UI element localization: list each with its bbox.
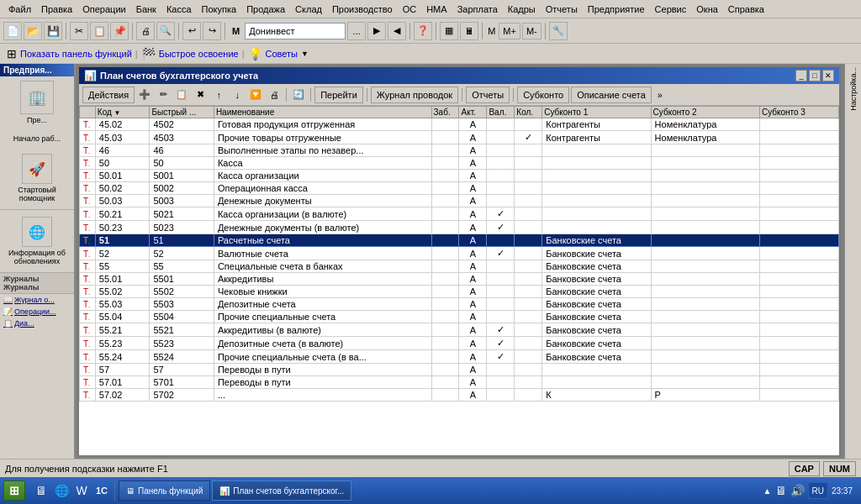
menubar-item-bank[interactable]: Банк [131,3,161,16]
menubar-item-hr[interactable]: Кадры [503,3,541,16]
table-row[interactable]: T. 50.03 5003 Денежные документы А [80,195,839,207]
menubar-item-ops[interactable]: Операции [77,3,130,16]
company-nav-btn[interactable]: ▶ [367,22,386,40]
table-row[interactable]: T. 50.01 5001 Касса организации А [80,170,839,182]
quickbar-link-3[interactable]: Советы [266,49,298,59]
lp-enterprise-icon[interactable]: 🏢 Пре... [0,76,74,129]
col-kol[interactable]: Кол. [515,107,542,118]
menubar-item-windows[interactable]: Окна [691,3,723,16]
toolbar-btn-2[interactable]: 📂 [24,22,42,40]
col-code[interactable]: Код ▼ [95,107,150,118]
win-del-btn[interactable]: ✖ [192,87,209,103]
col-fast[interactable]: Быстрый ... [150,107,214,118]
table-row[interactable]: T. 52 52 Валютные счета А ✓ Банковские с… [80,247,839,260]
col-sub2[interactable]: Субконто 2 [651,107,759,118]
lp-ops-link[interactable]: 📝 Операции... [0,306,74,318]
font-decrease-btn[interactable]: M- [522,23,541,39]
quickbar-link-1[interactable]: Показать панель функций [20,49,132,59]
menubar-item-sell[interactable]: Продажа [241,3,290,16]
toolbar-btn-1[interactable]: 📄 [3,22,22,40]
table-row[interactable]: T. 57.02 5702 ... А К Р [80,389,839,402]
start-button[interactable]: ⊞ [3,480,25,501]
menubar-item-salary[interactable]: Зарплата [452,3,503,16]
table-row[interactable]: T. 55.01 5501 Аккредитивы А Банковские с… [80,273,839,286]
table-row[interactable]: T. 50.23 5023 Денежные документы (в валю… [80,221,839,234]
table-row[interactable]: T. 57.01 5701 Переводы в пути А [80,376,839,389]
win-down-btn[interactable]: ↓ [229,87,246,103]
mdi-close-btn[interactable]: ✕ [822,70,834,81]
lp-start-icon[interactable]: Начало раб... [0,129,74,147]
lp-starter-item[interactable]: 🚀 Стартовый помощник [2,150,72,206]
menubar-item-nma[interactable]: НМА [421,3,452,16]
mdi-maximize-btn[interactable]: □ [809,70,821,81]
toolbar-grid-btn[interactable]: ▦ [440,22,458,40]
menubar-item-buy[interactable]: Покупка [197,3,242,16]
menubar-item-edit[interactable]: Правка [36,3,77,16]
col-name[interactable]: Наименование [214,107,431,118]
table-row[interactable]: T. 55 55 Специальные счета в банках А Ба… [80,260,839,273]
menubar-item-service[interactable]: Сервис [650,3,692,16]
taskbar-item-0[interactable]: 🖥 Панель функций [119,480,210,501]
reports-btn[interactable]: Отчеты [466,87,510,103]
table-row[interactable]: T. 45.03 4503 Прочие товары отгруженные … [80,131,839,144]
toolbar-btn-7[interactable]: 🖨 [136,22,155,40]
table-row[interactable]: T. 55.02 5502 Чековые книжки А Банковски… [80,286,839,298]
taskbar-item-1[interactable]: 📊 План счетов бухгалтерског... [212,480,351,501]
toolbar-btn-6[interactable]: 📌 [110,22,129,40]
lp-extra-link[interactable]: 📋 Диа... [0,318,74,329]
col-zab[interactable]: Заб. [431,107,459,118]
table-row[interactable]: T. 55.04 5504 Прочие специальные счета А… [80,311,839,323]
table-row[interactable]: T. 50.02 5002 Операционная касса А [80,182,839,195]
table-row[interactable]: T. 46 46 Выполненные этапы по незавер...… [80,144,839,157]
mdi-minimize-btn[interactable]: _ [795,70,807,81]
win-copy-btn[interactable]: 📋 [173,87,190,103]
toolbar-btn-redo[interactable]: ↪ [203,22,221,40]
ql-1c[interactable]: 1С [92,480,111,501]
menubar-item-prod[interactable]: Производство [327,3,398,16]
toolbar-btn-8[interactable]: 🔍 [156,22,175,40]
col-sub3[interactable]: Субконто 3 [759,107,838,118]
table-row[interactable]: T. 55.23 5523 Депозитные счета (в валюте… [80,337,839,350]
actions-btn[interactable]: Действия [82,87,135,103]
journal-btn[interactable]: Журнал проводок [371,87,458,103]
table-row[interactable]: T. 50 50 Касса А [80,157,839,170]
toolbar-calc-btn[interactable]: 🖩 [460,22,478,40]
menubar-item-stock[interactable]: Склад [290,3,327,16]
win-edit-btn[interactable]: ✏ [155,87,172,103]
toolbar-btn-5[interactable]: 📋 [90,22,108,40]
toolbar-btn-4[interactable]: ✂ [70,22,88,40]
win-filter-btn[interactable]: 🔽 [247,87,264,103]
menubar-item-kassa[interactable]: Касса [161,3,197,16]
quickbar-dropdown[interactable]: ▼ [301,50,309,58]
lp-info-item[interactable]: 🌐 Информация об обновлениях [2,213,72,269]
lp-journal-link[interactable]: 📖 Журнал о... [0,294,74,306]
col-act[interactable]: Акт. [459,107,487,118]
col-val[interactable]: Вал. [487,107,515,118]
table-row[interactable]: T. 55.03 5503 Депозитные счета А Банковс… [80,298,839,311]
toolbar-help-btn[interactable]: ❓ [414,22,432,40]
quickbar-link-2[interactable]: Быстрое освоение [159,49,239,59]
taskbar-volume-icon[interactable]: 🔊 [790,484,805,497]
toolbar-settings-btn[interactable]: 🔧 [549,22,568,40]
win-refresh-btn[interactable]: 🔄 [290,87,307,103]
ql-explorer[interactable]: 🖥 [32,480,50,501]
right-hint[interactable]: Настройка... [844,64,861,459]
ql-ie[interactable]: 🌐 [52,480,71,501]
menubar-item-file[interactable]: Файл [3,3,36,16]
menubar-item-os[interactable]: ОС [398,3,422,16]
subaccount-btn[interactable]: Субконто [517,87,569,103]
col-sub1[interactable]: Субконто 1 [542,107,651,118]
win-add-btn[interactable]: ➕ [136,87,153,103]
table-row[interactable]: T. 45.02 4502 Готовая продукция отгружен… [80,118,839,131]
toolbar-btn-3[interactable]: 💾 [44,22,62,40]
win-up-btn[interactable]: ↑ [210,87,227,103]
company-nav-btn2[interactable]: ◀ [388,22,406,40]
goto-btn[interactable]: Перейти [314,87,363,103]
table-row[interactable]: T. 50.21 5021 Касса организации (в валют… [80,207,839,221]
toolbar-btn-undo[interactable]: ↩ [182,22,201,40]
ql-word[interactable]: W [72,480,91,501]
win-more-btn[interactable]: » [653,87,667,103]
taskbar-lang[interactable]: RU [808,482,828,499]
menubar-item-enterprise[interactable]: Предприятие [583,3,650,16]
desc-btn[interactable]: Описание счета [571,87,652,103]
